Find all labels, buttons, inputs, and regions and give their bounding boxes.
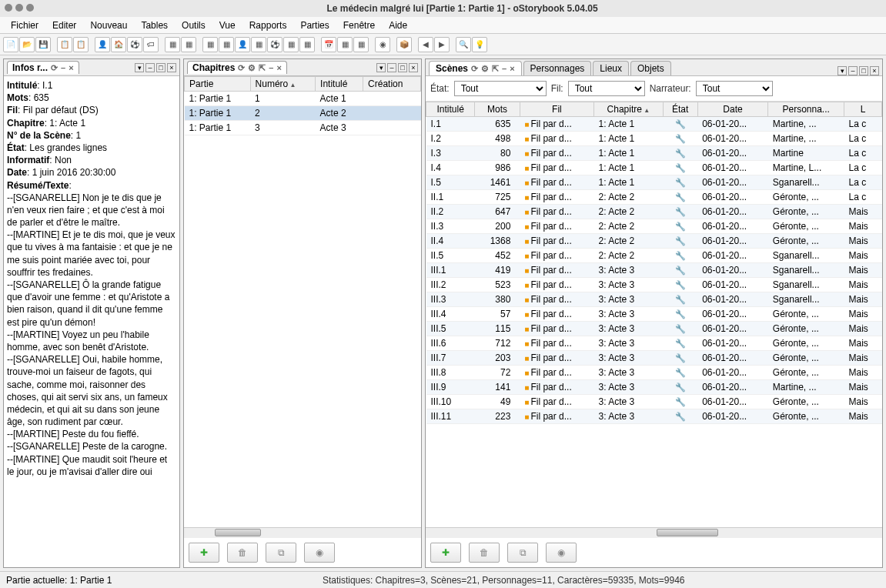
column-header[interactable]: Mots xyxy=(475,102,520,117)
close-icon[interactable]: × xyxy=(69,63,73,72)
toolbar-button[interactable]: 🏷 xyxy=(143,37,159,52)
column-header[interactable]: Fil xyxy=(520,102,593,117)
menu-tables[interactable]: Tables xyxy=(135,18,174,32)
tab-personnages[interactable]: Personnages xyxy=(523,61,592,75)
menu-aide[interactable]: Aide xyxy=(383,18,413,32)
close-icon[interactable]: × xyxy=(276,63,281,72)
close-panel-icon[interactable]: × xyxy=(409,63,418,72)
delete-button[interactable]: 🗑 xyxy=(469,543,500,563)
table-row[interactable]: I.2498Fil par d...1: Acte 106-01-20...Ma… xyxy=(426,132,882,146)
toolbar-button[interactable]: ▦ xyxy=(219,37,234,52)
toolbar-button[interactable]: ▦ xyxy=(202,37,218,52)
table-row[interactable]: III.1049Fil par d...3: Acte 306-01-20...… xyxy=(426,395,882,409)
close-panel-icon[interactable]: × xyxy=(167,63,176,72)
toolbar-button[interactable]: ⚽ xyxy=(127,37,142,52)
add-button[interactable]: ✚ xyxy=(430,543,461,563)
dock-icon[interactable]: ▾ xyxy=(376,63,386,72)
min-icon[interactable]: – xyxy=(502,64,507,73)
toolbar-button[interactable]: 📋 xyxy=(57,37,72,52)
chapitres-tab[interactable]: Chapitres ⟳ ⚙ ⇱ – × xyxy=(187,61,287,74)
menu-rapports[interactable]: Rapports xyxy=(243,18,293,32)
window-controls[interactable] xyxy=(5,3,37,14)
chapitres-table[interactable]: PartieNuméroIntituléCréation 1: Partie 1… xyxy=(184,76,421,135)
globe-button[interactable]: ◉ xyxy=(304,543,335,563)
column-header[interactable]: Partie xyxy=(185,77,251,92)
toolbar-button[interactable]: 🔍 xyxy=(456,37,471,52)
max-icon[interactable]: □ xyxy=(156,63,165,72)
copy-button[interactable]: ⧉ xyxy=(266,543,296,563)
minimize-icon[interactable]: – xyxy=(61,63,65,72)
column-header[interactable]: État xyxy=(663,102,697,117)
toolbar-button[interactable]: 📋 xyxy=(73,37,89,52)
table-row[interactable]: III.1419Fil par d...3: Acte 306-01-20...… xyxy=(426,263,882,278)
toolbar-button[interactable]: 📦 xyxy=(396,37,412,52)
info-tab[interactable]: Infos r... ⟳ – × xyxy=(7,61,79,74)
table-row[interactable]: III.9141Fil par d...3: Acte 306-01-20...… xyxy=(426,380,882,395)
max-icon[interactable]: □ xyxy=(398,63,407,72)
table-row[interactable]: III.3380Fil par d...3: Acte 306-01-20...… xyxy=(426,292,882,307)
pin-icon[interactable]: ⇱ xyxy=(259,63,266,73)
pin-icon[interactable]: ⇱ xyxy=(492,64,499,74)
column-header[interactable]: Intitulé xyxy=(316,77,363,92)
table-row[interactable]: III.6712Fil par d...3: Acte 306-01-20...… xyxy=(426,336,882,351)
min-icon[interactable]: – xyxy=(848,66,858,75)
table-row[interactable]: I.1635Fil par d...1: Acte 106-01-20...Ma… xyxy=(426,117,882,132)
dock-icon[interactable]: ▾ xyxy=(838,66,847,75)
table-row[interactable]: III.2523Fil par d...3: Acte 306-01-20...… xyxy=(426,278,882,292)
options-icon[interactable]: ⚙ xyxy=(481,64,489,74)
menu-vue[interactable]: Vue xyxy=(213,18,242,32)
refresh-icon[interactable]: ⟳ xyxy=(51,63,58,73)
tab-lieux[interactable]: Lieux xyxy=(593,61,629,75)
min-icon[interactable]: – xyxy=(269,63,273,72)
menu-outils[interactable]: Outils xyxy=(176,18,212,32)
table-row[interactable]: III.5115Fil par d...3: Acte 306-01-20...… xyxy=(426,322,882,336)
tab-objets[interactable]: Objets xyxy=(630,61,671,75)
table-row[interactable]: I.4986Fil par d...1: Acte 106-01-20...Ma… xyxy=(426,161,882,175)
add-button[interactable]: ✚ xyxy=(189,543,219,563)
max-icon[interactable]: □ xyxy=(859,66,868,75)
toolbar-button[interactable]: ▦ xyxy=(353,37,369,52)
toolbar-button[interactable]: ▦ xyxy=(337,37,353,52)
table-row[interactable]: II.3200Fil par d...2: Acte 206-01-20...G… xyxy=(426,219,882,234)
toolbar-button[interactable]: ◀ xyxy=(418,37,433,52)
menu-nouveau[interactable]: Nouveau xyxy=(84,18,133,32)
toolbar-button[interactable]: ◉ xyxy=(375,37,390,52)
horizontal-scrollbar[interactable] xyxy=(426,527,882,538)
filter-fil-select[interactable]: Tout xyxy=(568,81,645,96)
table-row[interactable]: I.51461Fil par d...1: Acte 106-01-20...S… xyxy=(426,175,882,190)
menu-fichier[interactable]: Fichier xyxy=(5,18,45,32)
filter-narrateur-select[interactable]: Tout xyxy=(696,81,773,96)
delete-button[interactable]: 🗑 xyxy=(227,543,258,563)
scenes-table[interactable]: IntituléMotsFilChapitreÉtatDatePersonna.… xyxy=(426,102,882,424)
toolbar-button[interactable]: 💡 xyxy=(472,37,487,52)
toolbar-button[interactable]: 📅 xyxy=(321,37,336,52)
table-row[interactable]: II.1725Fil par d...2: Acte 206-01-20...G… xyxy=(426,190,882,205)
table-row[interactable]: 1: Partie 11Acte 1 xyxy=(185,92,421,106)
refresh-icon[interactable]: ⟳ xyxy=(238,63,245,73)
toolbar-button[interactable]: ▦ xyxy=(165,37,180,52)
menu-fenêtre[interactable]: Fenêtre xyxy=(337,18,381,32)
filter-etat-select[interactable]: Tout xyxy=(454,81,547,96)
table-row[interactable]: 1: Partie 13Acte 3 xyxy=(185,121,421,135)
toolbar-button[interactable]: 👤 xyxy=(235,37,250,52)
table-row[interactable]: I.380Fil par d...1: Acte 106-01-20...Mar… xyxy=(426,146,882,161)
toolbar-button[interactable]: 💾 xyxy=(35,37,51,52)
column-header[interactable]: Numéro xyxy=(250,77,315,92)
globe-button[interactable]: ◉ xyxy=(546,543,577,563)
table-row[interactable]: 1: Partie 12Acte 2 xyxy=(185,106,421,121)
menu-editer[interactable]: Editer xyxy=(46,18,82,32)
min-icon[interactable]: – xyxy=(145,63,155,72)
table-row[interactable]: III.872Fil par d...3: Acte 306-01-20...G… xyxy=(426,366,882,380)
column-header[interactable]: Chapitre xyxy=(593,102,663,117)
min-icon[interactable]: – xyxy=(387,63,396,72)
close-icon[interactable]: × xyxy=(510,64,514,73)
column-header[interactable]: Personna... xyxy=(768,102,844,117)
column-header[interactable]: Création xyxy=(363,77,421,92)
toolbar-button[interactable]: ▦ xyxy=(299,37,315,52)
table-row[interactable]: III.457Fil par d...3: Acte 306-01-20...G… xyxy=(426,307,882,322)
table-row[interactable]: II.2647Fil par d...2: Acte 206-01-20...G… xyxy=(426,205,882,219)
close-panel-icon[interactable]: × xyxy=(870,66,879,75)
column-header[interactable]: Intitulé xyxy=(426,102,475,117)
toolbar-button[interactable]: 📄 xyxy=(3,37,18,52)
toolbar-button[interactable]: ▦ xyxy=(181,37,196,52)
